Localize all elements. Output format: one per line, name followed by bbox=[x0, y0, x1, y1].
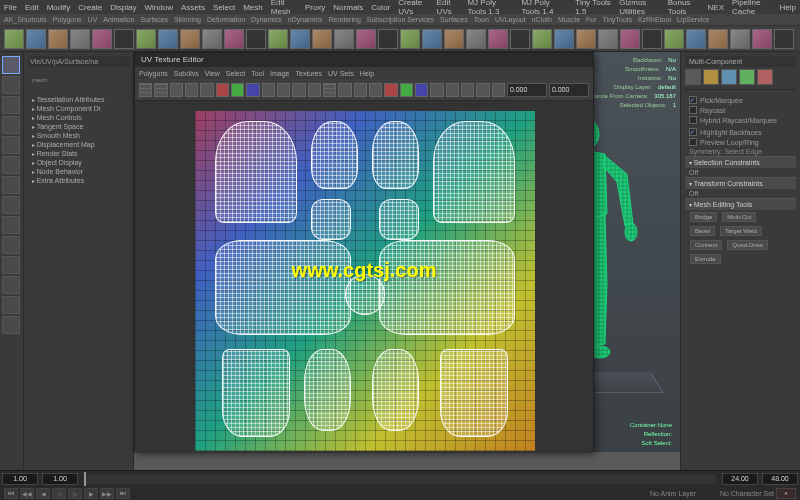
shelf-tab[interactable]: LipService bbox=[677, 16, 710, 23]
menu-normals[interactable]: Normals bbox=[333, 3, 363, 12]
shelf-icon[interactable] bbox=[4, 29, 24, 49]
uv-shell[interactable] bbox=[372, 121, 420, 189]
target-weld-button[interactable]: Target Weld bbox=[720, 226, 762, 236]
bevel-button[interactable]: Bevel bbox=[690, 226, 715, 236]
radio-icon[interactable] bbox=[689, 106, 697, 114]
uv-tool-icon[interactable] bbox=[292, 83, 305, 97]
tool-button[interactable] bbox=[2, 96, 20, 114]
step-fwd-button[interactable]: ▶▶ bbox=[100, 488, 114, 499]
uv-window-titlebar[interactable]: UV Texture Editor bbox=[135, 53, 593, 67]
shelf-icon[interactable] bbox=[136, 29, 156, 49]
checkbox-icon[interactable] bbox=[689, 128, 697, 136]
uv-menu-item[interactable]: Tool bbox=[251, 70, 264, 77]
menu-window[interactable]: Window bbox=[145, 3, 173, 12]
shelf-icon[interactable] bbox=[334, 29, 354, 49]
tool-button[interactable] bbox=[2, 56, 20, 74]
uv-tool-icon[interactable] bbox=[154, 83, 167, 97]
play-back-button[interactable]: ◁ bbox=[52, 488, 66, 499]
shelf-icon[interactable] bbox=[466, 29, 486, 49]
next-frame-button[interactable]: ▶ bbox=[84, 488, 98, 499]
uv-tool-icon[interactable] bbox=[246, 83, 259, 97]
shelf-tab[interactable]: Surfaces bbox=[140, 16, 168, 23]
selection-mode-row[interactable]: Hybrid Raycast/Marquee bbox=[685, 115, 796, 125]
attr-category[interactable]: Displacement Map bbox=[28, 140, 129, 149]
uv-shell-hand[interactable] bbox=[379, 199, 420, 240]
uv-shell-hand[interactable] bbox=[311, 199, 352, 240]
attr-category[interactable]: Tangent Space bbox=[28, 122, 129, 131]
uv-tool-icon[interactable] bbox=[354, 83, 367, 97]
uv-tool-icon[interactable] bbox=[415, 83, 428, 97]
shelf-icon[interactable] bbox=[576, 29, 596, 49]
main-menubar[interactable]: FileEditModifyCreateDisplayWindowAssetsS… bbox=[0, 0, 800, 14]
uv-menu-item[interactable]: View bbox=[205, 70, 220, 77]
uv-shell-leg[interactable] bbox=[440, 349, 508, 437]
uv-coord-input-2[interactable] bbox=[549, 83, 589, 97]
radio-icon[interactable] bbox=[689, 96, 697, 104]
timeline-marker[interactable] bbox=[84, 472, 86, 486]
attr-category[interactable]: Mesh Controls bbox=[28, 113, 129, 122]
shelf-icon[interactable] bbox=[510, 29, 530, 49]
shelf-icon[interactable] bbox=[224, 29, 244, 49]
shelf-icon[interactable] bbox=[620, 29, 640, 49]
attr-category[interactable]: Tessellation Attributes bbox=[28, 95, 129, 104]
shelf-icon[interactable] bbox=[70, 29, 90, 49]
timeline-track[interactable] bbox=[84, 474, 716, 484]
uv-tool-icon[interactable] bbox=[139, 83, 152, 97]
shelf-tab[interactable]: AK_Shortcuts bbox=[4, 16, 47, 23]
play-button[interactable]: ▷ bbox=[68, 488, 82, 499]
tool-button[interactable] bbox=[2, 236, 20, 254]
shelf-icon[interactable] bbox=[158, 29, 178, 49]
menu-help[interactable]: Help bbox=[780, 3, 796, 12]
menu-mj-poly-tools-1.3[interactable]: MJ Poly Tools 1.3 bbox=[467, 0, 513, 16]
menu-mesh[interactable]: Mesh bbox=[243, 3, 263, 12]
uv-menu-item[interactable]: Textures bbox=[296, 70, 322, 77]
uv-tool-icon[interactable] bbox=[185, 83, 198, 97]
uv-tool-icon[interactable] bbox=[338, 83, 351, 97]
component-swatch[interactable] bbox=[721, 69, 737, 85]
section-row[interactable]: Off bbox=[685, 168, 796, 177]
uv-menubar[interactable]: PolygonsSubdivsViewSelectToolImageTextur… bbox=[135, 67, 593, 79]
shelf-icon[interactable] bbox=[598, 29, 618, 49]
component-swatches[interactable] bbox=[685, 69, 796, 85]
component-swatch[interactable] bbox=[703, 69, 719, 85]
shelf-tab[interactable]: Deformation bbox=[207, 16, 245, 23]
shelf-icon[interactable] bbox=[268, 29, 288, 49]
shelf-tab[interactable]: Skinning bbox=[174, 16, 201, 23]
shelf-tab[interactable]: TinyTools bbox=[603, 16, 632, 23]
uv-tool-icon[interactable] bbox=[262, 83, 275, 97]
shelf-icon[interactable] bbox=[708, 29, 728, 49]
attr-category[interactable]: Mesh Component Di bbox=[28, 104, 129, 113]
menu-tiny-tools-1.5[interactable]: Tiny Tools 1.5 bbox=[575, 0, 611, 16]
uv-shell-torso[interactable] bbox=[215, 240, 351, 335]
shelf-icon[interactable] bbox=[664, 29, 684, 49]
shelf-icon[interactable] bbox=[532, 29, 552, 49]
shelf-icon[interactable] bbox=[422, 29, 442, 49]
uv-tool-icon[interactable] bbox=[400, 83, 413, 97]
shelf-icon[interactable] bbox=[114, 29, 134, 49]
uv-shell[interactable] bbox=[304, 349, 352, 431]
shelf-icon[interactable] bbox=[180, 29, 200, 49]
shelf-tab[interactable]: UV bbox=[88, 16, 98, 23]
tool-button[interactable] bbox=[2, 116, 20, 134]
uv-tool-icon[interactable] bbox=[492, 83, 505, 97]
uv-shell-head[interactable] bbox=[345, 274, 386, 315]
shelf-icon[interactable] bbox=[444, 29, 464, 49]
menu-edit-uvs[interactable]: Edit UVs bbox=[437, 0, 460, 16]
uv-menu-item[interactable]: UV Sets bbox=[328, 70, 354, 77]
attr-category[interactable]: Smooth Mesh bbox=[28, 131, 129, 140]
menu-pipeline-cache[interactable]: Pipeline Cache bbox=[732, 0, 772, 16]
menu-edit-mesh[interactable]: Edit Mesh bbox=[271, 0, 297, 16]
menu-modify[interactable]: Modify bbox=[47, 3, 71, 12]
shelf-icon[interactable] bbox=[488, 29, 508, 49]
shelf-icon[interactable] bbox=[246, 29, 266, 49]
uv-tool-icon[interactable] bbox=[170, 83, 183, 97]
attr-category[interactable]: Render Stats bbox=[28, 149, 129, 158]
shelf-icon[interactable] bbox=[312, 29, 332, 49]
tool-button[interactable] bbox=[2, 136, 20, 154]
uv-tool-icon[interactable] bbox=[323, 83, 336, 97]
attr-category[interactable]: Node Behavior bbox=[28, 167, 129, 176]
shelf-tab[interactable]: UVLayout bbox=[495, 16, 526, 23]
multi-cut-button[interactable]: Multi-Cut bbox=[722, 212, 756, 222]
autokey-button[interactable]: ● bbox=[776, 488, 796, 499]
step-back-button[interactable]: ◀◀ bbox=[20, 488, 34, 499]
